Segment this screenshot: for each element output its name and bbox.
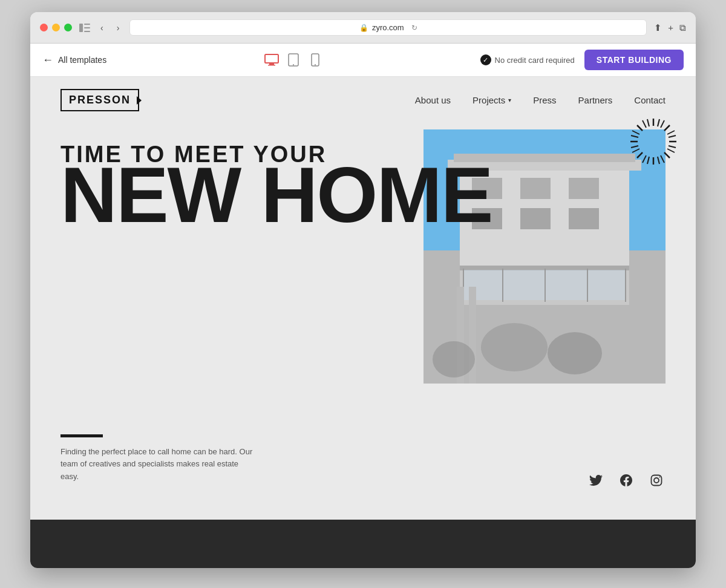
traffic-lights bbox=[40, 24, 72, 31]
svg-line-32 bbox=[643, 155, 646, 163]
site-logo: PRESSON bbox=[60, 89, 139, 111]
new-tab-icon[interactable]: + bbox=[668, 22, 673, 33]
svg-line-21 bbox=[647, 157, 649, 164]
minimize-button[interactable] bbox=[52, 24, 60, 31]
hero-section: TIME TO MEET YOUR NEW HOME bbox=[30, 123, 696, 520]
svg-rect-4 bbox=[265, 54, 278, 63]
svg-line-24 bbox=[631, 146, 638, 148]
svg-line-27 bbox=[632, 131, 639, 134]
svg-line-30 bbox=[661, 120, 664, 128]
svg-line-19 bbox=[647, 119, 649, 126]
hero-title: NEW HOME bbox=[60, 162, 666, 229]
back-link-label: All templates bbox=[58, 55, 106, 65]
tabs-icon[interactable]: ⧉ bbox=[679, 22, 686, 33]
mobile-icon[interactable] bbox=[308, 53, 322, 67]
svg-rect-2 bbox=[84, 27, 90, 28]
desktop-icon[interactable] bbox=[264, 53, 279, 67]
svg-rect-0 bbox=[79, 24, 83, 32]
url-text: zyro.com bbox=[372, 23, 404, 32]
social-icons bbox=[587, 471, 666, 489]
close-button[interactable] bbox=[40, 24, 48, 31]
svg-point-8 bbox=[293, 64, 294, 65]
hero-divider bbox=[60, 434, 103, 437]
nav-press[interactable]: Press bbox=[533, 95, 556, 105]
svg-line-23 bbox=[631, 136, 638, 137]
svg-line-22 bbox=[658, 157, 659, 164]
svg-line-29 bbox=[667, 131, 675, 134]
back-arrow-icon: ← bbox=[42, 54, 53, 67]
svg-line-20 bbox=[658, 119, 659, 126]
nav-partners[interactable]: Partners bbox=[578, 95, 613, 105]
svg-line-25 bbox=[669, 136, 676, 137]
browser-actions: ⬆ + ⧉ bbox=[654, 22, 686, 33]
sidebar-icon[interactable] bbox=[79, 24, 90, 32]
browser-titlebar: ‹ › 🔒 zyro.com ↻ ⬆ + ⧉ bbox=[30, 12, 696, 44]
svg-point-10 bbox=[315, 64, 316, 65]
twitter-icon[interactable] bbox=[587, 471, 605, 489]
svg-line-18 bbox=[664, 152, 670, 158]
svg-point-60 bbox=[654, 478, 659, 483]
chevron-down-icon: ▾ bbox=[508, 97, 511, 103]
svg-line-16 bbox=[664, 125, 670, 131]
svg-line-28 bbox=[643, 120, 646, 128]
instagram-icon[interactable] bbox=[647, 471, 666, 489]
svg-rect-50 bbox=[502, 269, 503, 302]
browser-back-btn[interactable]: ‹ bbox=[97, 22, 106, 34]
svg-rect-3 bbox=[84, 31, 90, 32]
browser-window: ‹ › 🔒 zyro.com ↻ ⬆ + ⧉ ← All templates bbox=[30, 12, 696, 568]
address-bar: 🔒 zyro.com ↻ bbox=[129, 19, 647, 36]
toolbar-right: ✓ No credit card required START BUILDING bbox=[480, 50, 684, 70]
svg-line-31 bbox=[632, 149, 639, 152]
sunburst-icon bbox=[629, 117, 678, 166]
no-credit-text: ✓ No credit card required bbox=[480, 54, 575, 65]
svg-point-58 bbox=[433, 341, 475, 377]
svg-line-34 bbox=[661, 155, 664, 163]
svg-line-33 bbox=[667, 149, 675, 152]
svg-point-56 bbox=[481, 323, 548, 371]
site-footer bbox=[30, 520, 696, 568]
svg-rect-6 bbox=[268, 65, 275, 66]
site-nav: PRESSON About us Projects ▾ Press Partne… bbox=[30, 77, 696, 123]
browser-forward-btn[interactable]: › bbox=[114, 22, 123, 34]
hero-description: Finding the perfect place to call home c… bbox=[60, 446, 254, 483]
start-building-button[interactable]: START BUILDING bbox=[584, 50, 684, 70]
tablet-icon[interactable] bbox=[286, 53, 301, 67]
svg-point-57 bbox=[548, 332, 602, 374]
svg-rect-51 bbox=[544, 269, 546, 302]
back-link[interactable]: ← All templates bbox=[42, 54, 106, 67]
nav-links: About us Projects ▾ Press Partners Conta… bbox=[415, 95, 666, 105]
check-icon: ✓ bbox=[480, 54, 491, 65]
svg-rect-1 bbox=[84, 24, 90, 25]
svg-line-17 bbox=[637, 152, 643, 158]
share-icon[interactable]: ⬆ bbox=[654, 22, 662, 33]
svg-rect-53 bbox=[625, 269, 626, 302]
website-preview: PRESSON About us Projects ▾ Press Partne… bbox=[30, 77, 696, 568]
maximize-button[interactable] bbox=[64, 24, 72, 31]
template-toolbar: ← All templates bbox=[30, 44, 696, 77]
nav-projects[interactable]: Projects ▾ bbox=[473, 95, 511, 105]
svg-line-26 bbox=[669, 146, 676, 148]
svg-point-61 bbox=[659, 476, 661, 477]
device-icons bbox=[264, 53, 322, 67]
svg-rect-52 bbox=[587, 269, 588, 302]
nav-contact[interactable]: Contact bbox=[634, 95, 666, 105]
nav-about[interactable]: About us bbox=[415, 95, 451, 105]
svg-rect-5 bbox=[269, 64, 274, 65]
facebook-icon[interactable] bbox=[617, 471, 635, 489]
svg-line-15 bbox=[637, 125, 643, 131]
